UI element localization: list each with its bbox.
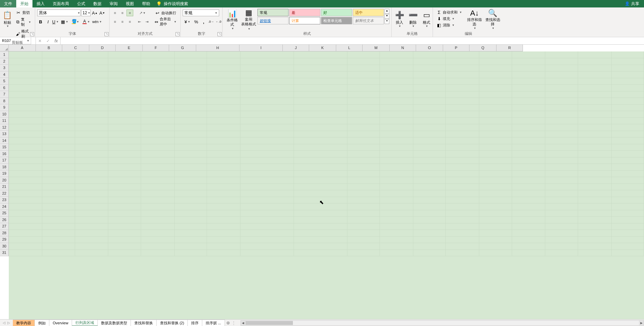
cell[interactable] [479, 236, 512, 243]
cell[interactable] [512, 65, 545, 71]
cell[interactable] [141, 177, 174, 184]
cell[interactable] [294, 236, 347, 243]
cell[interactable] [413, 78, 446, 85]
row-header[interactable]: 2 [0, 58, 9, 65]
cell[interactable] [108, 190, 141, 197]
cell[interactable] [9, 203, 42, 210]
cell[interactable] [108, 124, 141, 131]
sheet-nav-prev[interactable]: ◁ [3, 321, 5, 325]
cell[interactable] [413, 51, 446, 58]
cell[interactable] [9, 131, 42, 137]
cell[interactable] [141, 203, 174, 210]
cell[interactable] [141, 91, 174, 98]
scroll-thumb[interactable] [246, 321, 293, 325]
phonetic-button[interactable]: wén▼ [92, 18, 102, 25]
cell[interactable] [512, 249, 545, 256]
cell[interactable] [141, 85, 174, 91]
cell[interactable] [108, 210, 141, 217]
cell[interactable] [141, 104, 174, 111]
cell[interactable] [294, 170, 347, 177]
cell[interactable] [446, 71, 479, 78]
style-check-cell[interactable]: 检查单元格 [321, 17, 352, 24]
cell[interactable] [512, 177, 545, 184]
cell[interactable] [611, 71, 644, 78]
cell[interactable] [294, 223, 347, 230]
cell[interactable] [207, 124, 240, 131]
cell[interactable] [446, 117, 479, 124]
cell[interactable] [9, 157, 42, 164]
format-cells-button[interactable]: ▭格式▼ [421, 8, 432, 30]
cell[interactable] [108, 85, 141, 91]
cell[interactable] [446, 51, 479, 58]
cell[interactable] [9, 65, 42, 71]
cell[interactable] [446, 151, 479, 157]
cell[interactable] [108, 131, 141, 137]
cell[interactable] [75, 197, 108, 203]
cell[interactable] [545, 203, 578, 210]
cell[interactable] [512, 223, 545, 230]
row-header[interactable]: 1 [0, 51, 9, 58]
cut-button[interactable]: ✂剪切 [14, 9, 33, 16]
cell[interactable] [75, 249, 108, 256]
cell[interactable] [108, 236, 141, 243]
align-right-button[interactable]: ≡ [127, 18, 133, 25]
cell[interactable] [479, 190, 512, 197]
row-header[interactable]: 5 [0, 78, 9, 85]
cell[interactable] [347, 177, 380, 184]
cell[interactable] [9, 177, 42, 184]
bold-button[interactable]: B [37, 18, 44, 25]
cell[interactable] [380, 104, 413, 111]
column-header[interactable]: D [89, 45, 116, 51]
sheet-tab[interactable]: 查找和替换 [131, 320, 157, 326]
cell[interactable] [611, 111, 644, 118]
cell[interactable] [294, 243, 347, 250]
tab-formulas[interactable]: 公式 [73, 0, 89, 7]
cell[interactable] [207, 85, 240, 91]
cell[interactable] [380, 190, 413, 197]
cell[interactable] [545, 58, 578, 65]
cell[interactable] [9, 91, 42, 98]
cell[interactable] [512, 190, 545, 197]
sort-filter-button[interactable]: A↓排序和筛选▼ [465, 8, 484, 30]
cell[interactable] [75, 210, 108, 217]
cell[interactable] [207, 236, 240, 243]
cell[interactable] [413, 190, 446, 197]
cell[interactable] [479, 137, 512, 144]
cell[interactable] [512, 78, 545, 85]
cell[interactable] [240, 85, 294, 91]
cell[interactable] [479, 177, 512, 184]
cell[interactable] [380, 144, 413, 151]
cell[interactable] [413, 137, 446, 144]
cell[interactable] [545, 243, 578, 250]
accounting-format-button[interactable]: ¥▼ [183, 18, 192, 25]
cell[interactable] [446, 111, 479, 118]
cell[interactable] [380, 58, 413, 65]
cell[interactable] [512, 151, 545, 157]
cell[interactable] [479, 203, 512, 210]
cell[interactable] [207, 78, 240, 85]
row-header[interactable]: 19 [0, 170, 9, 177]
cell[interactable] [611, 164, 644, 171]
cell[interactable] [141, 117, 174, 124]
row-header[interactable]: 18 [0, 164, 9, 171]
cell[interactable] [294, 137, 347, 144]
cell[interactable] [207, 144, 240, 151]
row-header[interactable]: 6 [0, 85, 9, 91]
cell[interactable] [174, 71, 207, 78]
column-header[interactable]: E [116, 45, 143, 51]
cell[interactable] [240, 117, 294, 124]
cell[interactable] [240, 65, 294, 71]
sheet-nav-next[interactable]: ▷ [7, 321, 10, 325]
cell[interactable] [240, 157, 294, 164]
cell[interactable] [479, 117, 512, 124]
cell[interactable] [347, 164, 380, 171]
cell[interactable] [413, 58, 446, 65]
cell[interactable] [42, 157, 75, 164]
cell[interactable] [9, 151, 42, 157]
cell[interactable] [347, 217, 380, 223]
row-header[interactable]: 3 [0, 65, 9, 71]
cell[interactable] [174, 190, 207, 197]
tab-help[interactable]: 帮助 [138, 0, 154, 7]
cell[interactable] [347, 58, 380, 65]
cell[interactable] [479, 183, 512, 190]
